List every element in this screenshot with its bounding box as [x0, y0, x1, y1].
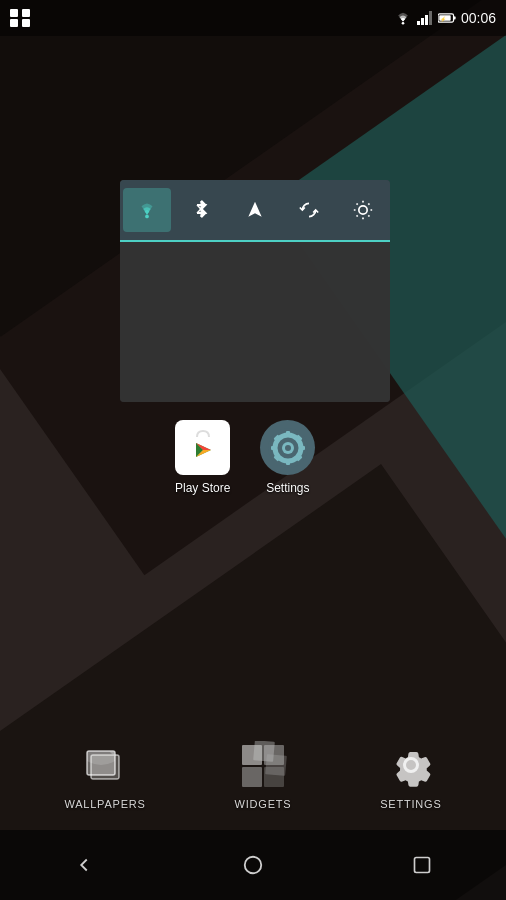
svg-rect-34: [286, 431, 290, 437]
svg-rect-10: [454, 16, 456, 19]
settings-app-label: Settings: [266, 481, 309, 497]
svg-rect-5: [417, 21, 420, 25]
settings-label: SETTINGS: [380, 798, 441, 810]
back-button[interactable]: [54, 845, 114, 885]
wallpapers-label: WALLPAPERS: [64, 798, 145, 810]
svg-line-21: [368, 215, 369, 216]
qs-wifi-button[interactable]: [123, 188, 171, 232]
quick-settings-widget: [120, 180, 390, 402]
svg-rect-36: [271, 446, 277, 450]
svg-point-43: [285, 445, 291, 451]
svg-rect-37: [299, 446, 305, 450]
widgets-button[interactable]: WIDGETS: [235, 740, 292, 810]
signal-icon: [417, 11, 433, 25]
wifi-icon: [394, 11, 412, 25]
settings-app-icon-img: [260, 420, 315, 475]
bottom-options-bar: WALLPAPERS WIDGETS SETTINGS: [0, 730, 506, 820]
widgets-label: WIDGETS: [235, 798, 292, 810]
svg-point-17: [359, 206, 367, 214]
nav-bar: [0, 830, 506, 900]
svg-point-52: [245, 857, 262, 874]
svg-rect-0: [10, 9, 18, 17]
status-bar: ⚡ 00:06: [0, 0, 506, 36]
status-right: ⚡ 00:06: [394, 10, 496, 26]
qs-bluetooth-button[interactable]: [177, 188, 225, 232]
qs-brightness-button[interactable]: [339, 188, 387, 232]
svg-rect-6: [421, 18, 424, 25]
svg-text:⚡: ⚡: [440, 16, 447, 23]
widgets-icon: [238, 740, 288, 790]
play-store-label: Play Store: [175, 481, 230, 497]
settings-icon: [386, 740, 436, 790]
svg-line-20: [357, 204, 358, 205]
qs-location-button[interactable]: [231, 188, 279, 232]
quick-settings-content: [120, 242, 390, 402]
svg-rect-51: [265, 754, 287, 776]
svg-point-4: [402, 22, 405, 25]
play-store-app[interactable]: Play Store: [175, 420, 230, 497]
play-store-icon: [175, 420, 230, 475]
svg-rect-2: [10, 19, 18, 27]
app-icons-area: Play Store: [175, 420, 315, 497]
settings-app[interactable]: Settings: [260, 420, 315, 497]
svg-line-24: [357, 215, 358, 216]
launcher-icon: [10, 9, 30, 27]
svg-rect-48: [242, 767, 262, 787]
svg-point-13: [145, 215, 149, 219]
svg-rect-1: [22, 9, 30, 17]
recents-button[interactable]: [392, 845, 452, 885]
wallpapers-button[interactable]: WALLPAPERS: [64, 740, 145, 810]
status-time: 00:06: [461, 10, 496, 26]
svg-line-25: [368, 204, 369, 205]
home-button[interactable]: [223, 845, 283, 885]
wallpapers-icon: [80, 740, 130, 790]
battery-icon: ⚡: [438, 11, 456, 25]
status-left: [10, 9, 30, 27]
qs-sync-button[interactable]: [285, 188, 333, 232]
svg-rect-8: [429, 11, 432, 25]
quick-settings-buttons: [120, 180, 390, 242]
svg-rect-53: [414, 858, 429, 873]
svg-rect-3: [22, 19, 30, 27]
svg-rect-7: [425, 15, 428, 25]
svg-rect-35: [286, 459, 290, 465]
settings-button[interactable]: SETTINGS: [380, 740, 441, 810]
